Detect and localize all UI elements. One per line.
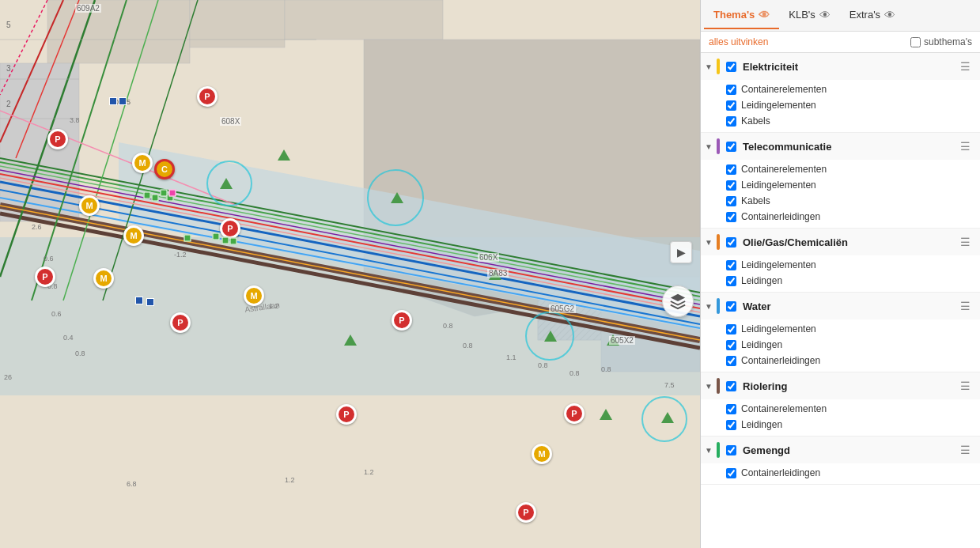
map-area[interactable]: 5 3 2 3.8 2.6 0.6 0.8 0.6 0.4 0.8 -1.2 1… (0, 0, 700, 548)
tab-themas[interactable]: Thema's 👁 (704, 2, 779, 29)
tab-klbs[interactable]: KLB's 👁 (779, 2, 840, 29)
sub-checkbox-telecommunicatie-0[interactable] (726, 164, 736, 175)
marker-P-4[interactable]: P (35, 266, 55, 287)
svg-text:3.8: 3.8 (70, 116, 80, 124)
marker-C-1[interactable]: C (154, 159, 175, 180)
sub-item-gemengd-0: Containerleidingen (701, 465, 980, 481)
sub-label-elektriciteit-0: Containerelementen (741, 84, 827, 95)
tab-bar: Thema's 👁 KLB's 👁 Extra's 👁 (701, 0, 980, 32)
theme-label-gemengd: Gemengd (743, 444, 954, 456)
sub-checkbox-water-0[interactable] (726, 324, 736, 334)
marker-M-6[interactable]: M (532, 444, 552, 464)
marker-P-3[interactable]: P (220, 218, 240, 239)
layer-button[interactable] (662, 285, 694, 317)
svg-text:5: 5 (6, 21, 11, 29)
theme-header-gemengd[interactable]: ▼ Gemengd ☰ (701, 437, 980, 463)
menu-icon-elektriciteit[interactable]: ☰ (957, 59, 974, 74)
alles-uitvinken-link[interactable]: alles uitvinken (709, 36, 768, 47)
svg-rect-1 (47, 0, 190, 63)
theme-group-gemengd: ▼ Gemengd ☰ Containerleidingen (701, 437, 980, 485)
marker-M-5[interactable]: M (244, 285, 264, 306)
marker-sq-blue-1 (109, 97, 117, 105)
subthemas-checkbox[interactable] (910, 37, 921, 47)
svg-text:1.2: 1.2 (364, 468, 374, 476)
marker-M-4[interactable]: M (93, 268, 114, 289)
menu-icon-gemengd[interactable]: ☰ (957, 442, 974, 458)
sub-label-telecommunicatie-1: Leidingelementen (741, 180, 816, 191)
sub-checkbox-telecommunicatie-1[interactable] (726, 180, 736, 191)
sub-checkbox-gemengd-0[interactable] (726, 468, 736, 478)
menu-icon-water[interactable]: ☰ (957, 298, 974, 314)
marker-sq-pink-1 (169, 190, 176, 197)
svg-text:0.6: 0.6 (44, 255, 54, 263)
theme-checkbox-riolering[interactable] (726, 381, 736, 391)
theme-checkbox-elektriciteit[interactable] (726, 62, 736, 72)
sub-checkbox-riolering-1[interactable] (726, 420, 736, 430)
theme-checkbox-gemengd[interactable] (726, 445, 736, 455)
marker-P-1[interactable]: P (47, 129, 68, 149)
sub-checkbox-elektriciteit-0[interactable] (726, 85, 736, 95)
menu-icon-riolering[interactable]: ☰ (957, 378, 974, 394)
theme-group-elektriciteit: ▼ Elektriciteit ☰ Containerelementen Lei… (701, 53, 980, 133)
marker-P-5[interactable]: P (170, 312, 191, 333)
sub-checkbox-olie-gas-chemicalien-0[interactable] (726, 260, 736, 270)
theme-header-water[interactable]: ▼ Water ☰ (701, 293, 980, 319)
marker-M-3[interactable]: M (123, 225, 144, 246)
tab-extras[interactable]: Extra's 👁 (840, 2, 905, 29)
marker-P-8[interactable]: P (564, 403, 585, 424)
menu-icon-telecommunicatie[interactable]: ☰ (957, 138, 974, 154)
theme-group-olie-gas-chemicalien: ▼ Olie/Gas/Chemicaliën ☰ Leidingelemente… (701, 229, 980, 293)
sub-checkbox-water-1[interactable] (726, 340, 736, 350)
subthemas-checkbox-label[interactable]: subthema's (910, 36, 972, 47)
svg-text:0.6: 0.6 (51, 310, 62, 318)
sub-label-gemengd-0: Containerleidingen (741, 467, 820, 478)
svg-text:0.8: 0.8 (443, 322, 453, 330)
svg-text:3: 3 (6, 64, 11, 73)
map-expand-button[interactable]: ▶ (670, 241, 692, 263)
marker-sq-green-2 (152, 195, 159, 202)
sub-items-olie-gas-chemicalien: Leidingelementen Leidingen (701, 255, 980, 292)
marker-P-6[interactable]: P (392, 310, 412, 331)
marker-triangle-6 (607, 334, 619, 346)
theme-checkbox-water[interactable] (726, 301, 736, 312)
theme-header-riolering[interactable]: ▼ Riolering ☰ (701, 372, 980, 399)
accent-elektriciteit (717, 59, 720, 74)
marker-P-9[interactable]: P (516, 502, 536, 523)
accent-water (717, 298, 720, 314)
menu-icon-olie-gas-chemicalien[interactable]: ☰ (957, 234, 974, 250)
sub-label-elektriciteit-1: Leidingelementen (741, 100, 816, 111)
marker-M-1[interactable]: M (132, 153, 153, 173)
theme-header-telecommunicatie[interactable]: ▼ Telecommunicatie ☰ (701, 133, 980, 160)
theme-list: ▼ Elektriciteit ☰ Containerelementen Lei… (701, 53, 980, 548)
sub-item-olie-gas-chemicalien-0: Leidingelementen (701, 257, 980, 273)
marker-sq-green-8 (184, 235, 191, 242)
sub-checkbox-riolering-0[interactable] (726, 404, 736, 414)
theme-header-olie-gas-chemicalien[interactable]: ▼ Olie/Gas/Chemicaliën ☰ (701, 229, 980, 255)
theme-header-elektriciteit[interactable]: ▼ Elektriciteit ☰ (701, 53, 980, 80)
sub-checkbox-telecommunicatie-2[interactable] (726, 196, 736, 206)
sub-checkbox-elektriciteit-2[interactable] (726, 116, 736, 127)
theme-group-riolering: ▼ Riolering ☰ Containerelementen Leiding… (701, 372, 980, 437)
theme-checkbox-telecommunicatie[interactable] (726, 142, 736, 152)
marker-M-2[interactable]: M (79, 195, 100, 216)
sub-item-telecommunicatie-1: Leidingelementen (701, 177, 980, 193)
marker-sq-green-7 (230, 238, 237, 245)
marker-sq-blue-4 (146, 298, 154, 306)
sub-checkbox-olie-gas-chemicalien-1[interactable] (726, 276, 736, 286)
theme-checkbox-olie-gas-chemicalien[interactable] (726, 237, 736, 248)
collapse-arrow-elektriciteit: ▼ (704, 62, 713, 71)
accent-telecommunicatie (717, 138, 720, 154)
svg-text:6.8: 6.8 (127, 480, 137, 488)
sub-checkbox-elektriciteit-1[interactable] (726, 100, 736, 111)
marker-P-7[interactable]: P (336, 404, 357, 425)
collapse-arrow-riolering: ▼ (704, 382, 713, 391)
sub-item-olie-gas-chemicalien-1: Leidingen (701, 273, 980, 289)
themas-label: Thema's (713, 9, 755, 21)
sub-label-riolering-0: Containerelementen (741, 403, 827, 414)
theme-label-riolering: Riolering (743, 380, 954, 392)
marker-P-2[interactable]: P (197, 86, 218, 107)
sub-checkbox-telecommunicatie-3[interactable] (726, 212, 736, 222)
sub-checkbox-water-2[interactable] (726, 356, 736, 366)
svg-text:1.2: 1.2 (285, 476, 295, 484)
klbs-label: KLB's (789, 9, 815, 21)
